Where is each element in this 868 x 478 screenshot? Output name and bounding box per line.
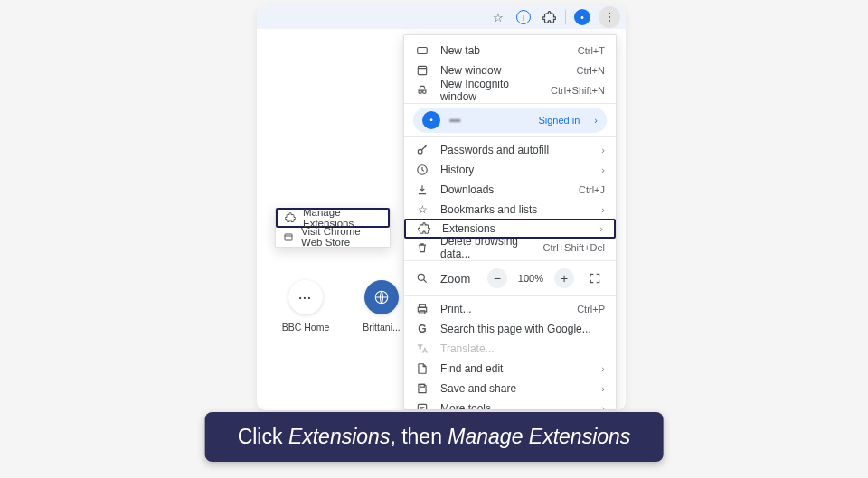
menu-zoom: Zoom − 100% + xyxy=(404,264,616,293)
download-icon xyxy=(415,183,429,196)
incognito-icon xyxy=(415,84,429,97)
zoom-in-button[interactable]: + xyxy=(554,268,574,288)
bookmark-icon: ☆ xyxy=(415,203,429,216)
menu-shortcut: Ctrl+Shift+Del xyxy=(543,242,605,253)
zoom-out-button[interactable]: − xyxy=(487,268,507,288)
account-email: •••• xyxy=(449,116,529,126)
puzzle-icon xyxy=(417,222,431,235)
shortcuts-row: ••• BBC Home Brittani... xyxy=(288,280,400,333)
document-icon xyxy=(415,362,429,375)
divider xyxy=(404,136,616,137)
menu-save-share[interactable]: Save and share › xyxy=(404,379,616,398)
menu-translate[interactable]: Translate... xyxy=(404,339,616,359)
shortcut-bbc[interactable]: ••• BBC Home xyxy=(288,280,324,333)
puzzle-icon[interactable] xyxy=(540,8,558,26)
submenu-manage-extensions[interactable]: Manage Extensions xyxy=(276,208,390,228)
svg-rect-13 xyxy=(420,384,425,387)
fullscreen-icon[interactable] xyxy=(585,268,605,288)
submenu-visit-store[interactable]: Visit Chrome Web Store xyxy=(276,227,390,247)
toolbar-divider xyxy=(565,10,566,24)
svg-rect-6 xyxy=(418,66,426,74)
menu-passwords[interactable]: Passwords and autofill › xyxy=(404,140,616,160)
menu-label: History xyxy=(440,164,590,176)
tools-icon xyxy=(415,402,429,410)
svg-point-0 xyxy=(609,13,610,14)
chevron-right-icon: › xyxy=(594,115,598,126)
chevron-right-icon: › xyxy=(599,223,603,234)
zoom-label: Zoom xyxy=(440,272,470,286)
svg-point-9 xyxy=(418,274,424,280)
chevron-right-icon: › xyxy=(601,145,605,155)
menu-label: New tab xyxy=(440,44,567,57)
menu-account-row[interactable]: • •••• Signed in › xyxy=(413,108,607,133)
menu-shortcut: Ctrl+T xyxy=(578,45,605,56)
globe-icon xyxy=(364,280,399,314)
dots-icon: ••• xyxy=(288,280,323,314)
chevron-right-icon: › xyxy=(601,204,605,215)
account-status: Signed in xyxy=(538,115,580,126)
menu-label: Downloads xyxy=(440,183,568,196)
menu-delete-browsing[interactable]: Delete browsing data... Ctrl+Shift+Del xyxy=(404,238,616,258)
svg-point-7 xyxy=(418,149,422,154)
caption-text: , then xyxy=(390,425,448,448)
menu-label: More tools xyxy=(440,402,590,410)
chrome-menu: New tab Ctrl+T New window Ctrl+N New Inc… xyxy=(403,34,617,410)
divider xyxy=(404,103,616,104)
kebab-menu-icon[interactable] xyxy=(599,6,620,28)
menu-label: Translate... xyxy=(440,342,605,355)
chevron-right-icon: › xyxy=(601,164,605,175)
menu-label: Find and edit xyxy=(440,362,590,375)
zoom-icon xyxy=(415,272,429,285)
svg-point-1 xyxy=(609,16,610,18)
menu-find-edit[interactable]: Find and edit › xyxy=(404,359,616,379)
trash-icon xyxy=(415,241,429,254)
menu-new-incognito[interactable]: New Incognito window Ctrl+Shift+N xyxy=(404,80,616,100)
divider xyxy=(404,260,616,261)
toolbar: ☆ i • xyxy=(257,5,626,29)
caption-text: Click xyxy=(238,425,288,448)
browser-window: ☆ i • ••• BBC Home Brittani... xyxy=(257,5,626,410)
save-icon xyxy=(415,382,429,395)
menu-label: Search this page with Google... xyxy=(440,323,605,335)
tab-icon xyxy=(415,44,429,57)
menu-label: Delete browsing data... xyxy=(440,235,533,260)
key-icon xyxy=(415,144,429,156)
puzzle-icon xyxy=(285,212,296,223)
caption-em-a: Extensions xyxy=(288,425,391,448)
translate-icon xyxy=(415,342,429,355)
svg-point-2 xyxy=(609,20,610,22)
chevron-right-icon: › xyxy=(601,363,605,374)
menu-history[interactable]: History › xyxy=(404,160,616,180)
extensions-submenu: Manage Extensions Visit Chrome Web Store xyxy=(275,208,391,248)
menu-new-tab[interactable]: New tab Ctrl+T xyxy=(404,41,616,61)
shortcut-brittani[interactable]: Brittani... xyxy=(363,280,400,333)
menu-shortcut: Ctrl+P xyxy=(577,304,605,314)
window-icon xyxy=(415,64,429,77)
menu-search-page[interactable]: G Search this page with Google... xyxy=(404,319,616,339)
profile-icon[interactable]: • xyxy=(573,8,591,26)
menu-label: Passwords and autofill xyxy=(440,144,590,156)
print-icon xyxy=(415,303,429,315)
menu-bookmarks[interactable]: ☆ Bookmarks and lists › xyxy=(404,200,616,220)
store-icon xyxy=(283,231,294,242)
history-icon xyxy=(415,164,429,176)
menu-downloads[interactable]: Downloads Ctrl+J xyxy=(404,180,616,200)
info-icon[interactable]: i xyxy=(514,8,533,26)
caption-bar: Click Extensions, then Manage Extensions xyxy=(205,412,664,462)
menu-label: New window xyxy=(440,64,566,77)
star-icon[interactable]: ☆ xyxy=(489,8,507,26)
submenu-label: Visit Chrome Web Store xyxy=(301,226,382,248)
menu-label: Print... xyxy=(440,303,566,315)
menu-label: Extensions xyxy=(442,222,589,235)
menu-shortcut: Ctrl+Shift+N xyxy=(551,85,605,96)
google-icon: G xyxy=(415,323,429,335)
menu-label: New Incognito window xyxy=(440,78,540,103)
avatar-icon: • xyxy=(422,111,440,129)
menu-more-tools[interactable]: More tools › xyxy=(404,398,616,410)
menu-label: Bookmarks and lists xyxy=(440,203,590,216)
svg-rect-5 xyxy=(418,48,428,54)
divider xyxy=(404,295,616,296)
svg-rect-4 xyxy=(285,234,292,240)
chevron-right-icon: › xyxy=(601,383,605,394)
menu-print[interactable]: Print... Ctrl+P xyxy=(404,299,616,319)
